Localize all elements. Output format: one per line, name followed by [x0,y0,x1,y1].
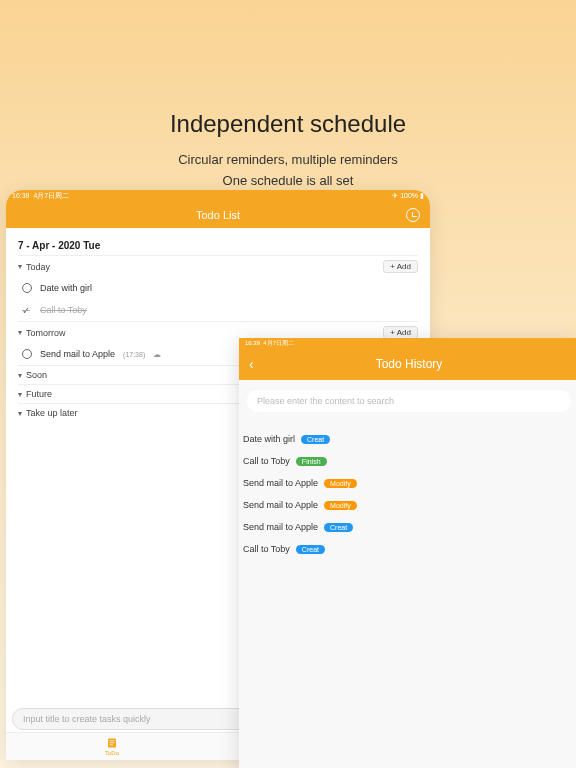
hero-section: Independent schedule Circular reminders,… [0,0,576,192]
history-item[interactable]: Call to TobyCreat [243,538,575,560]
check-icon[interactable] [22,305,32,315]
history-item-text: Date with girl [243,434,295,444]
chevron-down-icon: ▾ [18,371,22,380]
back-icon[interactable]: ‹ [249,356,254,372]
history-item-text: Call to Toby [243,456,290,466]
history-item-text: Send mail to Apple [243,500,318,510]
status-badge: Creat [296,545,325,554]
page-title: Todo History [376,357,443,371]
tab-todo[interactable]: ToDo [6,733,218,760]
svg-rect-2 [110,743,115,744]
status-badge: Creat [301,435,330,444]
history-list: Date with girlCreatCall to TobyFinishSen… [239,422,576,566]
history-item[interactable]: Send mail to AppleCreat [243,516,575,538]
status-badge: Modify [324,501,357,510]
status-bar: 16:39 4月7日周二 ✈ 100% ▮ [6,190,430,202]
svg-rect-1 [110,741,115,742]
status-badge: Creat [324,523,353,532]
circle-icon[interactable] [22,349,32,359]
todo-history-screen: 16:39 4月7日周二 ‹ Todo History Please enter… [239,338,576,768]
status-badge: Modify [324,479,357,488]
hero-title: Independent schedule [0,110,576,138]
chevron-down-icon: ▾ [18,409,22,418]
section-today[interactable]: ▾Today + Add [18,255,418,277]
history-icon[interactable] [406,208,420,222]
history-header: ‹ Todo History [239,348,576,380]
status-bar: 16:39 4月7日周二 [239,338,576,348]
history-item[interactable]: Send mail to AppleModify [243,494,575,516]
page-title: Todo List [196,209,240,221]
history-item[interactable]: Date with girlCreat [243,428,575,450]
history-item[interactable]: Call to TobyFinish [243,450,575,472]
list-icon [106,737,118,749]
history-item[interactable]: Send mail to AppleModify [243,472,575,494]
chevron-down-icon: ▾ [18,328,22,337]
search-input[interactable]: Please enter the content to search [247,390,571,412]
date-header: 7 - Apr - 2020 Tue [18,236,418,255]
history-item-text: Send mail to Apple [243,522,318,532]
add-button[interactable]: + Add [383,260,418,273]
circle-icon[interactable] [22,283,32,293]
svg-rect-3 [110,745,114,746]
cloud-icon: ☁ [153,350,161,359]
history-item-text: Call to Toby [243,544,290,554]
chevron-down-icon: ▾ [18,262,22,271]
todo-header: Todo List [6,202,430,228]
task-item-done[interactable]: Call to Toby [18,299,418,321]
history-item-text: Send mail to Apple [243,478,318,488]
chevron-down-icon: ▾ [18,390,22,399]
task-item[interactable]: Date with girl [18,277,418,299]
hero-subtitle: Circular reminders, multiple reminders O… [0,150,576,192]
status-badge: Finish [296,457,327,466]
